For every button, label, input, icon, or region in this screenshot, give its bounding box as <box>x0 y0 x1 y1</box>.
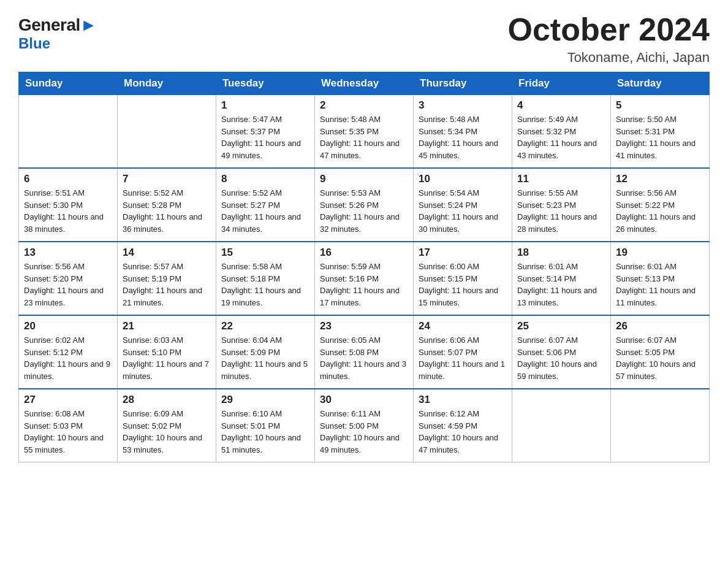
cell-daylight: Daylight: 11 hours and 41 minutes. <box>616 139 696 160</box>
calendar-cell: 7Sunrise: 5:52 AMSunset: 5:28 PMDaylight… <box>118 168 216 242</box>
calendar-cell: 9Sunrise: 5:53 AMSunset: 5:26 PMDaylight… <box>315 168 414 242</box>
calendar-cell: 1Sunrise: 5:47 AMSunset: 5:37 PMDaylight… <box>216 95 315 169</box>
cell-day-number: 12 <box>616 173 704 185</box>
logo-area: General► Blue <box>18 12 97 52</box>
cell-sun-info: Sunrise: 5:48 AMSunset: 5:34 PMDaylight:… <box>419 113 507 161</box>
cell-sunset: Sunset: 5:00 PM <box>320 421 379 431</box>
cell-sun-info: Sunrise: 6:07 AMSunset: 5:06 PMDaylight:… <box>517 334 605 382</box>
calendar-cell: 31Sunrise: 6:12 AMSunset: 4:59 PMDayligh… <box>414 389 512 462</box>
cell-day-number: 18 <box>517 247 605 259</box>
cell-daylight: Daylight: 11 hours and 28 minutes. <box>517 212 597 234</box>
cell-day-number: 8 <box>221 173 309 185</box>
cell-sunrise: Sunrise: 5:48 AM <box>320 115 381 124</box>
cell-sun-info: Sunrise: 6:00 AMSunset: 5:15 PMDaylight:… <box>419 261 507 308</box>
cell-day-number: 2 <box>320 99 408 112</box>
cell-sunset: Sunset: 5:30 PM <box>24 201 83 210</box>
cell-sunset: Sunset: 5:15 PM <box>419 274 477 283</box>
cell-sun-info: Sunrise: 6:02 AMSunset: 5:12 PMDaylight:… <box>24 334 112 382</box>
cell-sunset: Sunset: 5:06 PM <box>517 348 576 357</box>
cell-sunset: Sunset: 5:13 PM <box>616 274 675 283</box>
calendar-cell: 15Sunrise: 5:58 AMSunset: 5:18 PMDayligh… <box>216 242 315 315</box>
cell-daylight: Daylight: 11 hours and 19 minutes. <box>221 286 301 307</box>
calendar-cell: 27Sunrise: 6:08 AMSunset: 5:03 PMDayligh… <box>19 389 118 462</box>
calendar-cell: 19Sunrise: 6:01 AMSunset: 5:13 PMDayligh… <box>611 242 710 315</box>
cell-daylight: Daylight: 11 hours and 47 minutes. <box>320 139 400 160</box>
cell-day-number: 4 <box>517 99 605 112</box>
calendar-cell: 16Sunrise: 5:59 AMSunset: 5:16 PMDayligh… <box>315 242 414 315</box>
cell-sunset: Sunset: 4:59 PM <box>419 421 477 431</box>
page-wrapper: General► Blue October 2024 Tokoname, Aic… <box>0 0 728 481</box>
cell-sun-info: Sunrise: 5:48 AMSunset: 5:35 PMDaylight:… <box>320 113 408 161</box>
cell-daylight: Daylight: 11 hours and 1 minute. <box>419 359 505 381</box>
cell-sunrise: Sunrise: 5:47 AM <box>221 115 282 124</box>
cell-sunset: Sunset: 5:18 PM <box>221 274 280 283</box>
cell-sunrise: Sunrise: 6:04 AM <box>221 335 282 345</box>
cell-day-number: 16 <box>320 247 408 259</box>
cell-day-number: 3 <box>419 99 507 112</box>
cell-day-number: 31 <box>419 394 507 406</box>
calendar-week-1: 1Sunrise: 5:47 AMSunset: 5:37 PMDaylight… <box>19 95 710 169</box>
calendar-body: 1Sunrise: 5:47 AMSunset: 5:37 PMDaylight… <box>19 95 710 462</box>
cell-sunrise: Sunrise: 6:07 AM <box>616 335 677 345</box>
cell-day-number: 30 <box>320 394 408 406</box>
cell-sun-info: Sunrise: 6:07 AMSunset: 5:05 PMDaylight:… <box>616 334 704 382</box>
cell-sunrise: Sunrise: 5:56 AM <box>616 188 677 197</box>
cell-sun-info: Sunrise: 5:59 AMSunset: 5:16 PMDaylight:… <box>320 261 408 308</box>
cell-sun-info: Sunrise: 6:01 AMSunset: 5:13 PMDaylight:… <box>616 261 704 308</box>
calendar-cell <box>19 95 118 169</box>
header-row-days: Sunday Monday Tuesday Wednesday Thursday… <box>19 72 710 95</box>
cell-sun-info: Sunrise: 6:06 AMSunset: 5:07 PMDaylight:… <box>419 334 507 382</box>
calendar-cell: 30Sunrise: 6:11 AMSunset: 5:00 PMDayligh… <box>315 389 414 462</box>
cell-sun-info: Sunrise: 5:49 AMSunset: 5:32 PMDaylight:… <box>517 113 605 161</box>
cell-sunset: Sunset: 5:27 PM <box>221 201 280 210</box>
cell-sunrise: Sunrise: 5:58 AM <box>221 262 282 271</box>
cell-sunset: Sunset: 5:08 PM <box>320 348 379 357</box>
cell-sun-info: Sunrise: 6:08 AMSunset: 5:03 PMDaylight:… <box>24 408 112 456</box>
calendar-week-5: 27Sunrise: 6:08 AMSunset: 5:03 PMDayligh… <box>19 389 710 462</box>
cell-daylight: Daylight: 11 hours and 17 minutes. <box>320 286 400 307</box>
cell-sunrise: Sunrise: 5:54 AM <box>419 188 479 197</box>
calendar-cell <box>118 95 216 169</box>
cell-sun-info: Sunrise: 6:09 AMSunset: 5:02 PMDaylight:… <box>123 408 211 456</box>
cell-daylight: Daylight: 10 hours and 59 minutes. <box>517 359 597 381</box>
cell-day-number: 17 <box>419 247 507 259</box>
cell-sun-info: Sunrise: 5:54 AMSunset: 5:24 PMDaylight:… <box>419 187 507 235</box>
cell-daylight: Daylight: 11 hours and 3 minutes. <box>320 359 406 381</box>
cell-sunrise: Sunrise: 5:53 AM <box>320 188 381 197</box>
cell-day-number: 24 <box>419 320 507 332</box>
cell-sunrise: Sunrise: 5:56 AM <box>24 262 85 271</box>
cell-sunrise: Sunrise: 6:12 AM <box>419 409 479 418</box>
cell-sun-info: Sunrise: 6:11 AMSunset: 5:00 PMDaylight:… <box>320 408 408 456</box>
cell-day-number: 14 <box>123 247 211 259</box>
cell-day-number: 26 <box>616 320 704 332</box>
cell-sunset: Sunset: 5:10 PM <box>123 348 181 357</box>
cell-sunrise: Sunrise: 5:57 AM <box>123 262 183 271</box>
cell-day-number: 5 <box>616 99 704 112</box>
cell-sun-info: Sunrise: 6:04 AMSunset: 5:09 PMDaylight:… <box>221 334 309 382</box>
cell-sunrise: Sunrise: 6:08 AM <box>24 409 85 418</box>
cell-sunrise: Sunrise: 6:09 AM <box>123 409 183 418</box>
cell-sunrise: Sunrise: 5:55 AM <box>517 188 578 197</box>
cell-sunset: Sunset: 5:34 PM <box>419 127 477 136</box>
calendar-cell: 4Sunrise: 5:49 AMSunset: 5:32 PMDaylight… <box>512 95 611 169</box>
header-monday: Monday <box>118 72 216 95</box>
cell-sunrise: Sunrise: 6:01 AM <box>616 262 677 271</box>
cell-sun-info: Sunrise: 5:52 AMSunset: 5:28 PMDaylight:… <box>123 187 211 235</box>
calendar-cell: 10Sunrise: 5:54 AMSunset: 5:24 PMDayligh… <box>414 168 512 242</box>
cell-sunrise: Sunrise: 5:48 AM <box>419 115 479 124</box>
cell-sunset: Sunset: 5:01 PM <box>221 421 280 431</box>
calendar-cell: 11Sunrise: 5:55 AMSunset: 5:23 PMDayligh… <box>512 168 611 242</box>
calendar-cell: 2Sunrise: 5:48 AMSunset: 5:35 PMDaylight… <box>315 95 414 169</box>
cell-sun-info: Sunrise: 6:03 AMSunset: 5:10 PMDaylight:… <box>123 334 211 382</box>
cell-sunset: Sunset: 5:16 PM <box>320 274 379 283</box>
calendar-cell: 21Sunrise: 6:03 AMSunset: 5:10 PMDayligh… <box>118 315 216 389</box>
cell-day-number: 21 <box>123 320 211 332</box>
cell-daylight: Daylight: 10 hours and 55 minutes. <box>24 433 104 454</box>
calendar-cell: 24Sunrise: 6:06 AMSunset: 5:07 PMDayligh… <box>414 315 512 389</box>
calendar-cell: 12Sunrise: 5:56 AMSunset: 5:22 PMDayligh… <box>611 168 710 242</box>
cell-day-number: 25 <box>517 320 605 332</box>
cell-daylight: Daylight: 11 hours and 34 minutes. <box>221 212 301 234</box>
calendar-cell: 20Sunrise: 6:02 AMSunset: 5:12 PMDayligh… <box>19 315 118 389</box>
cell-sun-info: Sunrise: 5:55 AMSunset: 5:23 PMDaylight:… <box>517 187 605 235</box>
calendar-cell <box>611 389 710 462</box>
